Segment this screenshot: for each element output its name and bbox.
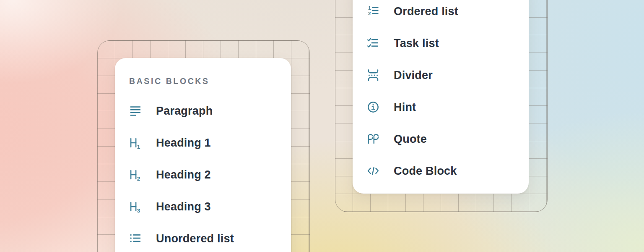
menu-item-label: Code Block bbox=[394, 165, 457, 178]
quote-icon bbox=[367, 133, 379, 145]
menu-item-label: Ordered list bbox=[394, 5, 458, 18]
menu-item-label: Heading 2 bbox=[156, 168, 211, 181]
menu-item-label: Heading 1 bbox=[156, 136, 211, 150]
svg-text:1: 1 bbox=[137, 144, 140, 149]
menu-item-label: Unordered list bbox=[156, 232, 234, 245]
basic-blocks-list: Paragraph1Heading 12Heading 23Heading 3U… bbox=[115, 95, 291, 252]
menu-item-heading-1[interactable]: 1Heading 1 bbox=[115, 127, 291, 159]
menu-item-label: Quote bbox=[394, 133, 427, 146]
hint-icon bbox=[367, 101, 379, 113]
menu-item-code-block[interactable]: Code Block bbox=[353, 155, 529, 187]
task-list-icon bbox=[367, 37, 379, 50]
svg-text:1: 1 bbox=[368, 5, 371, 10]
menu-item-hint[interactable]: Hint bbox=[353, 91, 529, 123]
more-blocks-list: 12Ordered listTask listDividerHintQuoteC… bbox=[353, 0, 529, 187]
block-menu-basic: BASIC BLOCKS Paragraph1Heading 12Heading… bbox=[115, 58, 291, 252]
menu-item-label: Paragraph bbox=[156, 105, 213, 118]
svg-text:2: 2 bbox=[368, 11, 371, 16]
paragraph-icon bbox=[129, 105, 142, 117]
block-menu-continued: 12Ordered listTask listDividerHintQuoteC… bbox=[353, 0, 529, 194]
ordered-list-icon: 12 bbox=[367, 5, 379, 18]
menu-item-label: Hint bbox=[394, 101, 416, 114]
code-block-icon bbox=[367, 165, 379, 177]
svg-text:3: 3 bbox=[137, 207, 140, 213]
menu-item-heading-2[interactable]: 2Heading 2 bbox=[115, 159, 291, 191]
menu-item-heading-3[interactable]: 3Heading 3 bbox=[115, 191, 291, 223]
menu-item-label: Task list bbox=[394, 37, 439, 50]
svg-text:2: 2 bbox=[137, 176, 140, 181]
heading-3-icon: 3 bbox=[129, 200, 142, 213]
menu-item-label: Divider bbox=[394, 69, 433, 82]
heading-1-icon: 1 bbox=[129, 136, 142, 149]
basic-blocks-header: BASIC BLOCKS bbox=[129, 76, 291, 86]
menu-item-unordered-list[interactable]: Unordered list bbox=[115, 223, 291, 252]
unordered-list-icon bbox=[129, 232, 142, 245]
menu-item-quote[interactable]: Quote bbox=[353, 123, 529, 155]
menu-item-paragraph[interactable]: Paragraph bbox=[115, 95, 291, 127]
divider-icon bbox=[367, 69, 379, 81]
heading-2-icon: 2 bbox=[129, 168, 142, 181]
editor-background: BASIC BLOCKS Paragraph1Heading 12Heading… bbox=[0, 0, 644, 252]
menu-item-task-list[interactable]: Task list bbox=[353, 27, 529, 59]
menu-item-ordered-list[interactable]: 12Ordered list bbox=[353, 0, 529, 27]
menu-item-label: Heading 3 bbox=[156, 200, 211, 213]
menu-item-divider[interactable]: Divider bbox=[353, 59, 529, 91]
